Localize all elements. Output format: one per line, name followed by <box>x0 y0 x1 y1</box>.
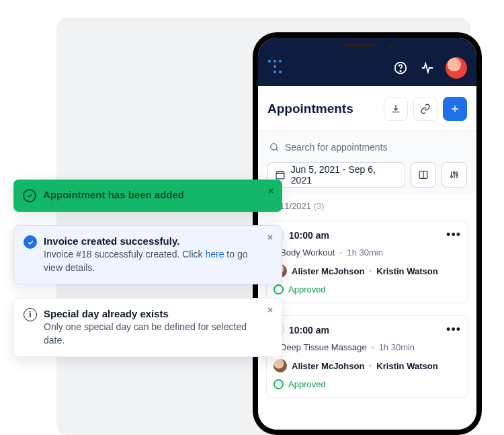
service-name: Body Workout <box>280 247 335 258</box>
client-name: Kristin Watson <box>376 266 437 276</box>
svg-point-2 <box>271 144 277 150</box>
svg-point-6 <box>454 172 456 174</box>
link-button[interactable] <box>413 97 437 121</box>
card-time: 10:00 am <box>289 325 329 335</box>
download-button[interactable] <box>384 97 408 121</box>
phone-screen: Appointments Search for appointm <box>258 38 476 430</box>
more-icon[interactable]: ••• <box>446 323 461 337</box>
close-icon[interactable] <box>264 304 276 316</box>
date-range-label: Jun 5, 2021 - Sep 6, 2021 <box>291 164 398 186</box>
status-label: Approved <box>288 284 326 294</box>
search-placeholder: Search for appointments <box>285 142 388 153</box>
toast-invoice: Invoice created successfuly. Invoice #18… <box>13 225 282 284</box>
help-icon[interactable] <box>392 59 409 77</box>
activity-icon[interactable] <box>419 59 436 77</box>
close-icon[interactable] <box>264 231 276 243</box>
more-icon[interactable]: ••• <box>446 228 461 242</box>
status-label: Approved <box>288 379 326 389</box>
appointment-card[interactable]: 10:00 am ••• Deep Tissue Massage 1h 30mi… <box>266 315 468 398</box>
phone-frame: Appointments Search for appointm <box>253 32 482 435</box>
service-name: Deep Tissue Massage <box>280 342 367 352</box>
toast-title: Invoice created successfuly. <box>44 235 259 247</box>
check-circle-icon <box>23 189 36 202</box>
service-duration: 1h 30min <box>379 342 415 352</box>
client-name: Kristin Watson <box>376 361 437 371</box>
check-badge-icon <box>24 235 37 249</box>
separator-dot <box>339 251 342 254</box>
toast-link[interactable]: here <box>205 249 224 260</box>
status-circle-icon <box>274 379 284 389</box>
avatar[interactable] <box>446 57 467 79</box>
toast-title: Appointment has been added <box>43 189 184 200</box>
svg-point-5 <box>451 175 453 177</box>
phone-notch <box>343 42 392 48</box>
columns-button[interactable] <box>411 162 436 188</box>
svg-point-7 <box>456 174 458 176</box>
staff-name: Alister McJohson <box>292 266 364 276</box>
search-input[interactable]: Search for appointments <box>267 138 467 157</box>
group-header: 04/11/2021 (3) <box>258 193 476 215</box>
svg-rect-3 <box>276 171 284 179</box>
search-icon <box>269 142 280 153</box>
sliders-button[interactable] <box>442 162 467 188</box>
close-icon[interactable] <box>265 185 277 197</box>
group-count: (3) <box>314 201 325 211</box>
staff-name: Alister McJohson <box>292 361 364 371</box>
toast-body: Only one special day can be defined for … <box>44 321 259 347</box>
toast-special-day: i Special day already exists Only one sp… <box>13 298 282 357</box>
app-logo-icon[interactable] <box>267 59 285 77</box>
staff-avatar <box>274 359 287 372</box>
card-time: 10:00 am <box>289 230 329 241</box>
add-button[interactable] <box>443 97 467 121</box>
appointment-card[interactable]: 10:00 am ••• Body Workout 1h 30min Alist… <box>266 221 468 303</box>
info-icon: i <box>24 308 37 321</box>
separator-dot <box>369 364 372 367</box>
separator-dot <box>372 346 374 349</box>
toast-title: Special day already exists <box>44 308 259 319</box>
toast-success: Appointment has been added <box>13 180 282 212</box>
page-title: Appointments <box>267 102 353 116</box>
service-duration: 1h 30min <box>347 247 382 258</box>
svg-point-1 <box>400 71 401 71</box>
calendar-icon <box>275 169 286 180</box>
toast-stack: Appointment has been added Invoice creat… <box>13 180 282 357</box>
date-range-picker[interactable]: Jun 5, 2021 - Sep 6, 2021 <box>267 162 405 188</box>
separator-dot <box>369 270 372 272</box>
toast-body: Invoice #18 successfuly created. Click h… <box>44 248 259 274</box>
